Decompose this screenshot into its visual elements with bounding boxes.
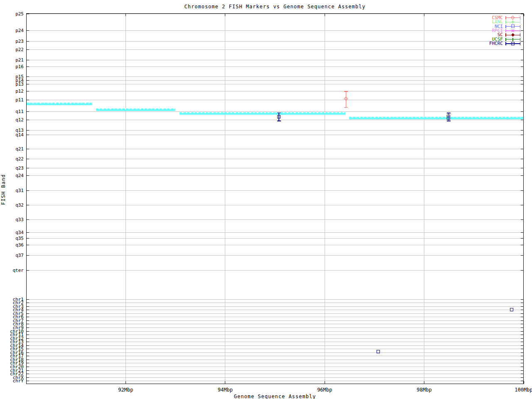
y-tick-left (27, 190, 29, 191)
marker-square (511, 42, 515, 45)
legend-sample-cap (505, 33, 506, 37)
y-gridline (26, 76, 524, 77)
y-tick-right (521, 363, 523, 363)
y-tick-left (27, 80, 29, 81)
y-tick-left (27, 270, 29, 271)
y-tick-right (521, 317, 523, 317)
y-tick-right (521, 338, 523, 339)
y-tick-left (27, 91, 29, 91)
y-tick-left (27, 328, 29, 328)
chart-title: Chromosome 2 FISH Markers vs Genome Sequ… (26, 4, 524, 10)
x-gridline (225, 13, 225, 384)
x-tick-bottom (424, 381, 424, 384)
y-tick-label: p21 (0, 58, 24, 62)
x-tick-label: 96Mbp (317, 387, 332, 393)
y-tick-left (27, 324, 29, 324)
y-tick-left (27, 367, 29, 367)
y-tick-label: p12 (0, 89, 24, 93)
y-tick-label: q36 (0, 243, 24, 247)
y-tick-label: q32 (0, 203, 24, 207)
y-tick-left (27, 317, 29, 317)
y-tick-left (27, 335, 29, 335)
y-tick-right (521, 374, 523, 374)
y-gridline (26, 335, 524, 335)
y-tick-left (27, 111, 29, 112)
legend-sample-cap (505, 42, 506, 45)
y-tick-label: p13 (0, 82, 24, 86)
y-tick-left (27, 360, 29, 360)
y-tick-right (521, 303, 523, 303)
legend-sample-cap (520, 42, 521, 45)
y-tick-right (521, 335, 523, 335)
y-tick-right (521, 100, 523, 100)
y-tick-left (27, 363, 29, 363)
y-gridline (26, 84, 524, 84)
y-tick-right (521, 349, 523, 349)
y-gridline (26, 111, 524, 112)
y-tick-right (521, 14, 523, 14)
y-tick-right (521, 360, 523, 360)
y-gridline (26, 345, 524, 346)
y-tick-right (521, 219, 523, 220)
legend-sample-cap (520, 20, 521, 24)
x-tick-bottom (126, 381, 126, 384)
errorbar-cap-top (447, 113, 451, 113)
y-tick-right (521, 30, 523, 31)
y-tick-left (27, 374, 29, 374)
y-gridline (26, 149, 524, 149)
y-tick-right (521, 111, 523, 112)
y-gridline (26, 303, 524, 303)
y-tick-right (521, 91, 523, 91)
assembly-track-segment (96, 108, 176, 111)
y-tick-label: q24 (0, 174, 24, 177)
legend-sample-cap (520, 38, 521, 41)
y-tick-left (27, 100, 29, 100)
y-tick-left (27, 30, 29, 31)
y-gridline (26, 352, 524, 353)
y-tick-left (27, 84, 29, 84)
y-tick-right (521, 168, 523, 168)
legend-sample (505, 25, 520, 29)
y-tick-right (521, 175, 523, 176)
legend-row-ucsf: UCSF (457, 37, 520, 42)
y-tick-left (27, 66, 29, 67)
y-tick-left (27, 49, 29, 50)
legend-sample (505, 16, 520, 20)
y-gridline (26, 41, 524, 42)
y-tick-left (27, 381, 29, 381)
y-gridline (26, 381, 524, 381)
legend-sample (505, 37, 520, 42)
y-tick-right (521, 232, 523, 233)
assembly-track-dash-notch (349, 117, 524, 118)
y-gridline (26, 175, 524, 176)
errorbar-cap-top (277, 113, 281, 113)
y-gridline (26, 377, 524, 378)
assembly-track-dash-notch (96, 108, 176, 109)
y-tick-left (27, 205, 29, 205)
x-gridline (126, 13, 126, 384)
y-gridline (26, 159, 524, 159)
legend-row-csmc: CSMC (457, 16, 520, 20)
legend-sample-cap (505, 16, 506, 20)
y-tick-left (27, 310, 29, 310)
legend-row-sc: SC (457, 33, 520, 37)
y-gridline (26, 130, 524, 131)
y-tick-right (521, 270, 523, 271)
x-tick-bottom (524, 381, 524, 384)
y-gridline (26, 135, 524, 135)
marker-plus (511, 20, 515, 24)
y-gridline (26, 374, 524, 374)
x-tick-label: 100Mbp (515, 387, 532, 393)
legend-sample-cap (520, 29, 521, 32)
x-tick-top (524, 14, 524, 16)
y-tick-right (521, 370, 523, 371)
legend-row-rpci: RPCI (457, 29, 520, 33)
x-tick-top (126, 14, 126, 16)
legend-sample-cap (520, 25, 521, 28)
legend-sample-cap (505, 29, 506, 32)
y-tick-left (27, 14, 29, 14)
y-gridline (26, 255, 524, 256)
legend-sample (505, 20, 520, 24)
errorbar-cap-bottom (447, 121, 451, 121)
y-tick-label: q23 (0, 166, 24, 170)
